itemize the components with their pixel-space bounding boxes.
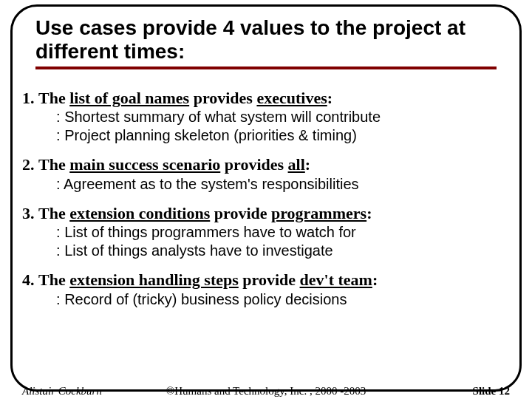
point-1: 1. The list of goal names provides execu… <box>22 89 510 145</box>
txt: The <box>38 204 69 222</box>
txt: list of goal names <box>69 89 189 107</box>
title-rule <box>35 66 497 69</box>
slide-title: Use cases provide 4 values to the projec… <box>35 16 497 64</box>
sub: List of things analysts have to investig… <box>68 242 510 260</box>
sub: Record of (tricky) business policy decis… <box>68 290 510 309</box>
footer-slide-number: Slide 12 <box>473 385 510 398</box>
point-2-lead: 2. The main success scenario provides al… <box>22 155 510 174</box>
num: 2. <box>22 155 35 174</box>
txt: The <box>38 89 69 107</box>
txt: provide <box>210 204 271 222</box>
txt: provide <box>239 270 300 289</box>
title-block: Use cases provide 4 values to the projec… <box>35 16 497 69</box>
point-2: 2. The main success scenario provides al… <box>22 155 510 193</box>
txt: : <box>327 89 332 107</box>
txt: provides <box>220 155 287 174</box>
footer-copyright: ©Humans and Technology, Inc. , 2000 -200… <box>22 385 510 398</box>
txt: dev't team <box>300 270 372 289</box>
txt: programmers <box>271 204 366 222</box>
footer: Alistair Cockburn ©Humans and Technology… <box>22 380 510 399</box>
txt: The <box>38 270 69 289</box>
txt: main success scenario <box>69 155 220 174</box>
txt: provides <box>189 89 256 107</box>
txt: executives <box>256 89 327 107</box>
slide-body: 1. The list of goal names provides execu… <box>22 89 510 319</box>
txt: The <box>38 155 69 174</box>
point-3-lead: 3. The extension conditions provide prog… <box>22 204 510 223</box>
txt: extension handling steps <box>69 270 239 289</box>
num: 1. <box>22 89 35 107</box>
point-4: 4. The extension handling steps provide … <box>22 270 510 308</box>
num: 4. <box>22 270 35 289</box>
txt: all <box>288 155 305 174</box>
num: 3. <box>22 204 35 222</box>
slide: Use cases provide 4 values to the projec… <box>0 0 532 399</box>
txt: : <box>372 270 378 289</box>
sub: Project planning skeleton (priorities & … <box>68 126 510 145</box>
txt: : <box>366 204 372 222</box>
sub: Agreement as to the system's responsibil… <box>68 175 510 194</box>
txt: extension conditions <box>69 204 210 222</box>
point-3: 3. The extension conditions provide prog… <box>22 204 510 260</box>
point-4-lead: 4. The extension handling steps provide … <box>22 270 510 290</box>
sub: Shortest summary of what system will con… <box>68 108 510 126</box>
sub: List of things programmers have to watch… <box>68 223 510 242</box>
txt: : <box>305 155 310 174</box>
point-1-lead: 1. The list of goal names provides execu… <box>22 89 510 108</box>
